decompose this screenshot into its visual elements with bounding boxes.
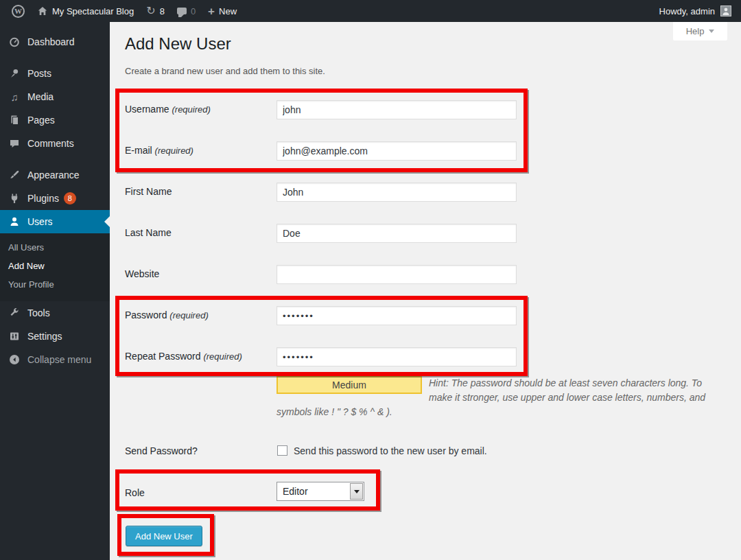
users-icon	[7, 216, 22, 227]
updates-menu[interactable]: ↻ 8	[140, 0, 171, 22]
updates-count: 8	[160, 6, 165, 16]
settings-sliders-icon	[7, 331, 22, 342]
submenu-item-all-users[interactable]: All Users	[0, 238, 110, 257]
plus-icon: +	[208, 5, 215, 17]
chevron-down-icon	[354, 490, 360, 493]
updates-icon: ↻	[146, 5, 155, 16]
help-tab[interactable]: Help	[673, 22, 727, 40]
wordpress-add-new-user-page: { "admin_bar": { "wp_logo_letter": "W", …	[0, 0, 741, 560]
avatar	[720, 5, 731, 16]
last-name-label: Last Name	[125, 227, 172, 238]
sidebar-item-label: Tools	[27, 307, 50, 318]
users-submenu: All Users Add New Your Profile	[0, 233, 110, 301]
current-menu-arrow	[104, 216, 110, 227]
dashboard-icon	[7, 36, 22, 47]
send-password-checkbox[interactable]	[277, 445, 287, 456]
admin-bar-left: W My Spectacular Blog ↻ 8 0 + New	[0, 0, 243, 22]
last-name-row: Last Name	[125, 224, 715, 243]
role-select[interactable]: Editor	[277, 482, 364, 501]
submenu-item-add-new[interactable]: Add New	[0, 257, 110, 275]
pages-icon	[7, 115, 22, 126]
pushpin-icon	[7, 68, 22, 79]
sidebar-item-label: Posts	[27, 68, 51, 79]
new-content-menu[interactable]: + New	[202, 0, 243, 22]
password-label: Password (required)	[125, 310, 209, 320]
username-label: Username (required)	[125, 104, 211, 115]
send-password-checkbox-text: Send this password to the new user by em…	[294, 445, 487, 456]
menu-separator	[0, 155, 110, 163]
role-selected-value: Editor	[283, 486, 308, 497]
sidebar-item-tools[interactable]: Tools	[0, 301, 110, 325]
plugin-icon	[7, 193, 22, 204]
repeat-password-label: Repeat Password (required)	[125, 351, 242, 362]
sidebar-item-appearance[interactable]: Appearance	[0, 163, 110, 187]
sidebar-item-label: Comments	[27, 138, 74, 149]
site-name-menu[interactable]: My Spectacular Blog	[31, 0, 140, 22]
my-account-menu[interactable]: Howdy, admin	[659, 0, 741, 22]
submenu-item-your-profile[interactable]: Your Profile	[0, 275, 110, 294]
wordpress-logo-icon: W	[12, 5, 25, 18]
select-arrow-button[interactable]	[350, 483, 363, 500]
sidebar-item-label: Pages	[27, 115, 55, 126]
menu-separator	[0, 54, 110, 62]
password-strength-meter: Medium	[277, 376, 422, 394]
comments-bubble-icon	[177, 8, 187, 14]
new-label: New	[219, 6, 237, 16]
sidebar-item-label: Media	[27, 91, 54, 102]
sidebar-item-label: Settings	[27, 331, 62, 342]
first-name-input[interactable]	[277, 183, 517, 202]
sidebar-item-users[interactable]: Users	[0, 210, 110, 233]
role-label: Role	[125, 487, 145, 498]
website-row: Website	[125, 265, 715, 284]
add-new-user-button[interactable]: Add New User	[126, 526, 202, 546]
sidebar-item-posts[interactable]: Posts	[0, 62, 110, 85]
first-name-label: First Name	[125, 186, 172, 197]
password-input[interactable]	[277, 306, 517, 325]
help-label: Help	[686, 26, 705, 36]
collapse-arrow-icon	[7, 354, 22, 365]
website-input[interactable]	[277, 265, 517, 284]
comments-count: 0	[191, 6, 196, 16]
email-input[interactable]	[277, 141, 517, 161]
sidebar-item-comments[interactable]: Comments	[0, 132, 110, 155]
main-content: Add New User Create a brand new user and…	[110, 22, 741, 560]
wrench-icon	[7, 307, 22, 318]
username-input[interactable]	[277, 100, 517, 119]
home-icon	[37, 5, 48, 16]
sidebar-item-plugins[interactable]: Plugins 8	[0, 187, 110, 210]
password-row: Password (required)	[125, 306, 715, 325]
sidebar-item-settings[interactable]: Settings	[0, 325, 110, 348]
first-name-row: First Name	[125, 183, 715, 202]
admin-sidebar: Dashboard Posts ♫ Media Pages Comments A…	[0, 22, 110, 560]
send-password-label: Send Password?	[125, 445, 198, 456]
comments-menu[interactable]: 0	[171, 0, 202, 22]
password-strength-section: Medium Hint: The password should be at l…	[277, 376, 709, 419]
page-title: Add New User	[125, 34, 231, 54]
wordpress-logo-menu[interactable]: W	[5, 0, 31, 22]
sidebar-item-pages[interactable]: Pages	[0, 108, 110, 132]
comment-icon	[7, 138, 22, 149]
site-name-label: My Spectacular Blog	[52, 6, 134, 16]
sidebar-item-label: Users	[27, 216, 53, 227]
sidebar-item-label: Dashboard	[27, 36, 75, 47]
collapse-menu-label: Collapse menu	[27, 354, 91, 365]
admin-bar: W My Spectacular Blog ↻ 8 0 + New Howdy,…	[0, 0, 741, 22]
plugins-update-badge: 8	[64, 192, 76, 205]
repeat-password-row: Repeat Password (required)	[125, 347, 715, 366]
media-icon: ♫	[7, 91, 22, 103]
sidebar-item-label: Plugins	[27, 193, 59, 204]
last-name-input[interactable]	[277, 224, 517, 243]
howdy-label: Howdy, admin	[659, 6, 715, 16]
paintbrush-icon	[7, 170, 22, 180]
chevron-down-icon	[709, 30, 714, 33]
sidebar-item-dashboard[interactable]: Dashboard	[0, 30, 110, 54]
email-row: E-mail (required)	[125, 141, 715, 161]
repeat-password-input[interactable]	[277, 347, 517, 366]
username-row: Username (required)	[125, 100, 715, 119]
sidebar-item-label: Appearance	[27, 170, 80, 180]
send-password-row: Send Password? Send this password to the…	[125, 442, 715, 461]
page-subtitle: Create a brand new user and add them to …	[125, 66, 325, 76]
sidebar-item-media[interactable]: ♫ Media	[0, 85, 110, 108]
role-row: Role Editor	[125, 482, 715, 501]
collapse-menu-button[interactable]: Collapse menu	[0, 348, 110, 371]
